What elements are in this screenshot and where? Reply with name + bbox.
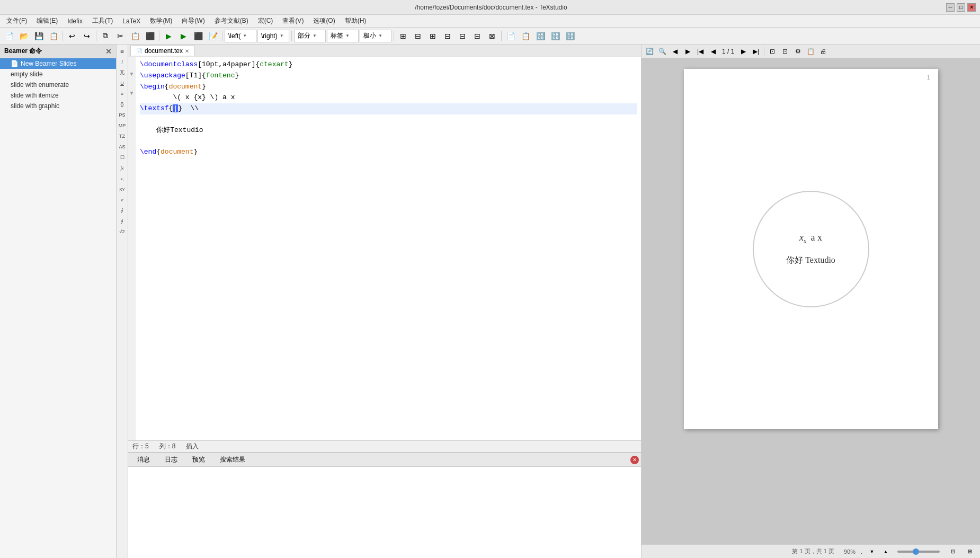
prev-right-button[interactable]: ▶ <box>682 46 693 57</box>
paste2-button[interactable]: ⬛ <box>143 29 157 43</box>
editor-content[interactable]: ▼ ▼ \documentclass[10pt,a4paper]{ctexart… <box>128 57 641 440</box>
table-btn1[interactable]: ⊞ <box>396 29 410 43</box>
sym-box[interactable]: ☐ <box>117 153 128 162</box>
prev-last-button[interactable]: ▶| <box>750 46 762 57</box>
insert-btn3[interactable]: 🔠 <box>533 29 547 43</box>
sym-tz[interactable]: TZ <box>117 131 128 141</box>
paste-button[interactable]: 📋 <box>128 29 142 43</box>
menu-tools[interactable]: 工具(T) <box>88 15 117 26</box>
preview-action-btn1[interactable]: ⊡ <box>947 546 959 557</box>
panel-item-enumerate[interactable]: slide with enumerate <box>0 79 116 90</box>
panel-item-itemize[interactable]: slide with itemize <box>0 90 116 101</box>
undo-button[interactable]: ↩ <box>65 29 79 43</box>
fold-arrow-1[interactable]: ▼ <box>129 70 135 78</box>
prev-zoom-in-button[interactable]: 🔍 <box>656 46 668 57</box>
bottom-close-button[interactable]: ✕ <box>630 456 639 464</box>
compile-view-button[interactable]: ▶ <box>176 29 190 43</box>
insert-btn5[interactable]: 🔠 <box>563 29 577 43</box>
preview-content[interactable]: 1 xx a x 你好 Textudio <box>642 58 980 544</box>
sym-underline[interactable]: U <box>117 78 128 88</box>
redo-button[interactable]: ↪ <box>80 29 94 43</box>
new-button[interactable]: 📄 <box>2 29 16 43</box>
bottom-tab-preview[interactable]: 预览 <box>185 453 212 466</box>
bottom-tab-search[interactable]: 搜索结果 <box>213 453 252 466</box>
prev-refresh-button[interactable]: 🔄 <box>644 46 655 57</box>
preview-action-btn2[interactable]: ⊞ <box>964 546 976 557</box>
prev-settings-button[interactable]: ⚙ <box>792 46 804 57</box>
prev-zoom-in-small[interactable]: ▲ <box>881 547 890 556</box>
editor-tab-document[interactable]: 📄 document.tex ✕ <box>130 46 195 56</box>
sym-oint2[interactable]: ∮ <box>117 216 128 226</box>
prev-copy-button[interactable]: 📋 <box>805 46 816 57</box>
menu-wizard[interactable]: 向导(W) <box>177 15 209 26</box>
menu-options[interactable]: 选项(O) <box>309 15 339 26</box>
table-btn7[interactable]: ⊠ <box>485 29 499 43</box>
sym-bold[interactable]: B <box>117 47 128 56</box>
panel-item-graphic[interactable]: slide with graphic <box>0 101 116 111</box>
sym-pi[interactable]: 兀 <box>117 68 128 77</box>
prev-prev-page-button[interactable]: ◀ <box>707 46 719 57</box>
left-panel-close-button[interactable]: ✕ <box>105 47 112 56</box>
menu-file[interactable]: 文件(F) <box>2 15 31 26</box>
save-pdf-button[interactable]: 📋 <box>47 29 60 43</box>
title-bar-controls[interactable]: ─ □ ✕ <box>946 3 976 12</box>
insert-btn4[interactable]: 🔠 <box>548 29 562 43</box>
menu-idefix[interactable]: Idefix <box>63 16 87 26</box>
menu-latex[interactable]: LaTeX <box>118 16 145 26</box>
sym-mp[interactable]: MP <box>117 121 128 130</box>
cut-button[interactable]: ✂ <box>113 29 127 43</box>
prev-fit-button[interactable]: ⊡ <box>767 46 778 57</box>
table-btn3[interactable]: ⊞ <box>426 29 440 43</box>
prev-print-button[interactable]: 🖨 <box>817 46 829 57</box>
insert-btn1[interactable]: 📄 <box>504 29 518 43</box>
tab-document-close[interactable]: ✕ <box>185 48 189 54</box>
sym-italic[interactable]: I <box>117 57 128 67</box>
sym-x-comma[interactable]: x, <box>117 174 128 183</box>
zoom-slider[interactable] <box>897 551 940 553</box>
sym-xy[interactable]: XY <box>117 184 128 194</box>
sym-xsup[interactable]: xⁱ <box>117 195 128 205</box>
table-btn2[interactable]: ⊟ <box>411 29 425 43</box>
label-dropdown[interactable]: 标签 ▼ <box>327 30 359 42</box>
prev-next-page-button[interactable]: ▶ <box>737 46 749 57</box>
view-log-button[interactable]: 📝 <box>206 29 220 43</box>
table-btn6[interactable]: ⊟ <box>470 29 484 43</box>
prev-zoom-out-small[interactable]: ▼ <box>868 547 876 556</box>
menu-edit[interactable]: 编辑(E) <box>32 15 62 26</box>
prev-fit2-button[interactable]: ⊡ <box>779 46 791 57</box>
left-bracket-dropdown[interactable]: \left( ▼ <box>225 30 256 42</box>
menu-view[interactable]: 查看(V) <box>278 15 308 26</box>
sym-as[interactable]: AS <box>117 142 128 152</box>
sym-ps[interactable]: PS <box>117 110 128 120</box>
size-dropdown[interactable]: 极小 ▼ <box>360 30 391 42</box>
menu-references[interactable]: 参考文献(B) <box>210 15 253 26</box>
right-bracket-dropdown[interactable]: \right) ▼ <box>257 30 289 42</box>
bottom-tab-messages[interactable]: 消息 <box>130 453 157 466</box>
insert-btn2[interactable]: 📋 <box>519 29 532 43</box>
save-button[interactable]: 💾 <box>32 29 46 43</box>
close-button[interactable]: ✕ <box>967 3 976 12</box>
stop-button[interactable]: ⬛ <box>191 29 205 43</box>
table-btn4[interactable]: ⊟ <box>441 29 455 43</box>
menu-help[interactable]: 帮助(H) <box>341 15 371 26</box>
sym-integral[interactable]: ∫x <box>117 163 128 173</box>
copy2-button[interactable]: ⧉ <box>99 29 112 43</box>
sym-braces[interactable]: {} <box>117 100 128 109</box>
open-button[interactable]: 📂 <box>17 29 31 43</box>
fold-arrow-2[interactable]: ▼ <box>129 89 135 98</box>
panel-item-new-beamer[interactable]: 📄 New Beamer Slides <box>0 58 116 69</box>
prev-left-button[interactable]: ◀ <box>669 46 681 57</box>
sym-sqrt[interactable]: √2 <box>117 227 128 236</box>
bottom-tab-log[interactable]: 日志 <box>158 453 184 466</box>
menu-math[interactable]: 数学(M) <box>146 15 176 26</box>
panel-item-empty-slide[interactable]: empty slide <box>0 69 116 79</box>
minimize-button[interactable]: ─ <box>946 3 955 12</box>
compile-button[interactable]: ▶ <box>162 29 175 43</box>
sym-oint[interactable]: ∮ <box>117 206 128 215</box>
restore-button[interactable]: □ <box>957 3 965 12</box>
table-btn5[interactable]: ⊟ <box>456 29 469 43</box>
sym-align[interactable]: ≡ <box>117 89 128 99</box>
section-dropdown[interactable]: 部分 ▼ <box>294 30 326 42</box>
prev-first-button[interactable]: |◀ <box>694 46 706 57</box>
code-editor[interactable]: \documentclass[10pt,a4paper]{ctexart} \u… <box>136 57 641 440</box>
